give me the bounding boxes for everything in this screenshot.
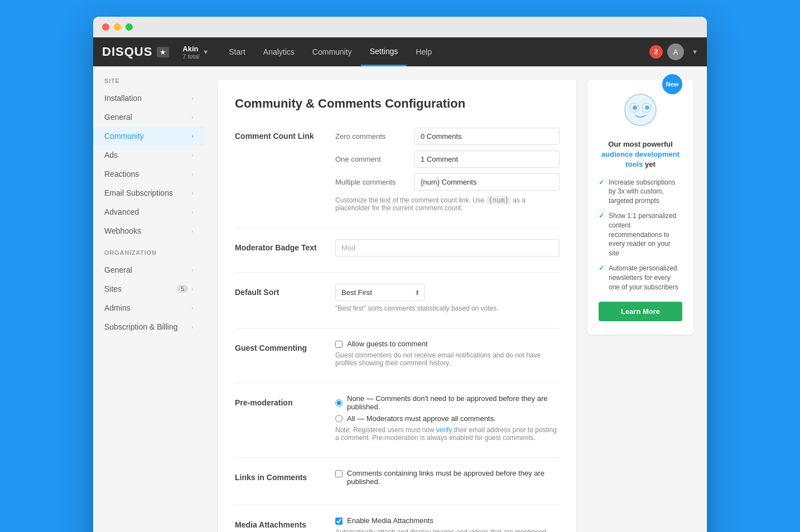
comment-count-link-section: Comment Count Link Zero comments One com… [235,128,560,212]
sidebar-item-email-subscriptions[interactable]: Email Subscriptions › [93,183,205,202]
chevron-right-icon: › [191,304,194,311]
pre-mod-all-radio[interactable] [335,415,343,422]
sidebar-item-community[interactable]: Community › [93,127,205,146]
promo-widget: New Our most powerful [587,80,693,532]
verify-link[interactable]: verify [436,426,452,434]
page-title: Community & Comments Configuration [235,96,560,111]
moderator-badge-input[interactable] [335,239,560,257]
media-attachments-hint: Automatically attach and display images … [335,528,560,532]
guest-commenting-label: Guest Commenting [235,344,307,352]
sidebar-item-admins[interactable]: Admins › [93,298,205,317]
widget-feature-item: Increase subscriptions by 3x with custom… [599,178,682,206]
media-attachments-section: Media Attachments Enable Media Attachmen… [235,516,560,532]
star-icon: ★ [160,48,166,56]
content-area: Community & Comments Configuration Comme… [205,66,707,532]
sidebar-item-org-general[interactable]: General › [93,260,205,279]
mascot-icon [599,93,682,132]
widget-card: New Our most powerful [587,80,693,335]
guest-commenting-checkbox-label: Allow guests to comment [347,340,428,348]
nav-analytics[interactable]: Analytics [254,37,303,66]
sidebar: SITE Installation › General › Community … [93,66,205,532]
multiple-comments-row: Multiple comments [335,173,560,191]
widget-title-link[interactable]: audience development tools [601,150,679,168]
default-sort-select[interactable]: Best First Newest First Oldest First [335,284,425,301]
learn-more-button[interactable]: Learn More [599,302,682,321]
account-area[interactable]: Akin 7 total ▼ [182,45,209,60]
pre-mod-note: Note: Registered users must now verify t… [335,426,560,442]
chevron-right-icon: › [191,267,194,273]
widget-feature-item: Automate personalized newsletters for ev… [599,264,682,292]
main-content: Community & Comments Configuration Comme… [218,80,576,532]
moderator-badge-label: Moderator Badge Text [235,243,317,252]
chevron-right-icon: › [191,133,194,139]
sort-select-wrapper: Best First Newest First Oldest First ⬍ [335,284,425,301]
pre-mod-none-row: None — Comments don't need to be approve… [335,394,560,411]
media-attachments-checkbox[interactable] [335,518,343,525]
app-window: DISQUS ★ Akin 7 total ▼ Start Analytics … [93,17,707,532]
sidebar-item-ads[interactable]: Ads › [93,146,205,165]
sidebar-item-installation[interactable]: Installation › [93,89,205,108]
sidebar-item-reactions[interactable]: Reactions › [93,165,205,183]
chevron-right-icon: › [191,228,194,234]
widget-features-list: Increase subscriptions by 3x with custom… [599,178,682,292]
guest-commenting-checkbox[interactable] [335,341,343,348]
media-attachments-row: Enable Media Attachments [335,516,560,525]
pre-moderation-section: Pre-moderation None — Comments don't nee… [235,394,560,442]
pre-mod-all-label: All — Moderators must approve all commen… [347,414,496,423]
zero-comments-input[interactable] [415,128,560,145]
close-button[interactable] [102,23,109,31]
links-in-comments-label: Links in Comments [235,473,307,482]
zero-comments-label: Zero comments [335,132,408,141]
chevron-right-icon: › [191,114,194,120]
chevron-down-icon: ▼ [203,49,209,55]
account-chevron-icon: ▼ [692,49,698,55]
links-in-comments-checkbox-label: Comments containing links must be approv… [347,469,560,486]
pre-mod-none-label: None — Comments don't need to be approve… [347,394,560,411]
guest-commenting-section: Guest Commenting Allow guests to comment… [235,340,560,367]
svg-point-0 [625,94,656,125]
logo-area: DISQUS ★ [102,45,169,59]
chevron-right-icon: › [191,190,194,196]
chevron-right-icon: › [191,95,194,101]
svg-point-4 [645,105,649,110]
comment-count-link-label: Comment Count Link [235,132,314,141]
widget-title: Our most powerful audience development t… [599,139,682,170]
sidebar-item-general[interactable]: General › [93,108,205,127]
multiple-comments-label: Multiple comments [335,178,408,186]
maximize-button[interactable] [126,23,133,31]
chevron-right-icon: › [191,286,194,292]
sidebar-item-advanced[interactable]: Advanced › [93,202,205,221]
multiple-comments-input[interactable] [415,173,560,191]
nav-help[interactable]: Help [407,37,441,66]
guest-commenting-row: Allow guests to comment [335,340,560,348]
site-section-label: SITE [93,78,205,84]
minimize-button[interactable] [114,23,121,31]
media-attachments-label: Media Attachments [235,520,306,529]
avatar[interactable]: A [667,43,684,60]
one-comment-row: One comment [335,151,560,168]
title-bar [93,17,707,37]
links-in-comments-section: Links in Comments Comments containing li… [235,469,560,489]
org-section-label: ORGANIZATION [93,249,205,256]
nav-start[interactable]: Start [220,37,254,66]
moderator-badge-section: Moderator Badge Text [235,239,560,257]
nav-community[interactable]: Community [303,37,361,66]
nav-links: Start Analytics Community Settings Help [220,37,649,66]
chevron-right-icon: › [191,171,194,177]
account-name: Akin [182,45,199,53]
account-sub: 7 total [182,53,199,60]
links-in-comments-row: Comments containing links must be approv… [335,469,560,486]
chevron-right-icon: › [191,152,194,158]
sidebar-item-webhooks[interactable]: Webhooks › [93,221,205,240]
pre-mod-none-radio[interactable] [335,399,343,407]
links-in-comments-checkbox[interactable] [335,470,343,477]
sidebar-item-sites[interactable]: Sites 5 › [93,279,205,298]
svg-point-3 [633,105,637,110]
chevron-right-icon: › [191,323,194,330]
pre-moderation-label: Pre-moderation [235,398,292,407]
nav-settings[interactable]: Settings [361,37,407,66]
widget-feature-item: Show 1:1 personalized content recommenda… [599,211,682,258]
sidebar-item-subscription-billing[interactable]: Subscription & Billing › [93,317,205,336]
one-comment-input[interactable] [415,151,560,168]
notification-badge[interactable]: 2 [649,45,663,59]
